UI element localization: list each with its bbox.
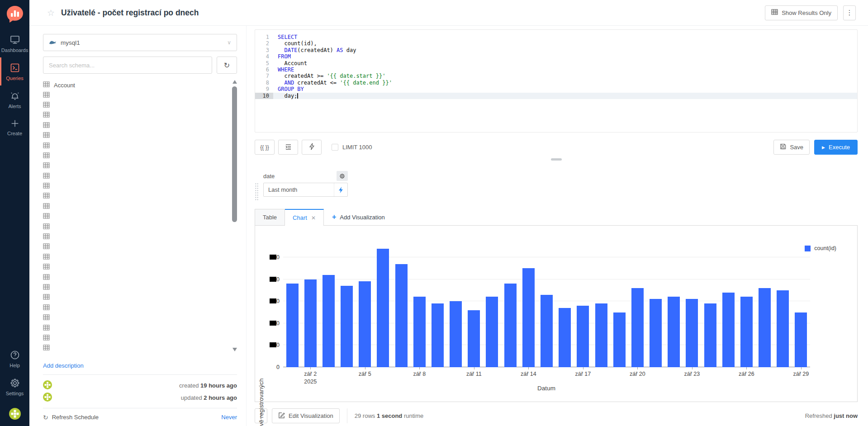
favorite-star-icon[interactable]: ☆ — [47, 8, 55, 18]
tab-chart[interactable]: Chart ✕ — [285, 209, 324, 226]
add-description-link[interactable]: Add description — [43, 362, 237, 369]
schema-table-row[interactable] — [43, 252, 226, 262]
bar-zář 8[interactable] — [413, 297, 426, 367]
refresh-schedule-value-link[interactable]: Never — [221, 414, 237, 421]
schema-table-row[interactable] — [43, 293, 226, 303]
tab-table[interactable]: Table — [255, 209, 285, 225]
schema-table-row[interactable] — [43, 141, 226, 151]
bar-zář 16[interactable] — [559, 308, 571, 367]
schema-table-row[interactable] — [43, 121, 226, 131]
schema-table-row[interactable] — [43, 323, 226, 333]
code-line[interactable]: Account — [273, 60, 857, 66]
code-line[interactable]: SELECT — [273, 34, 857, 40]
schema-table-row[interactable] — [43, 272, 226, 282]
bar-zář 25[interactable] — [722, 293, 735, 367]
schema-table-row[interactable] — [43, 90, 226, 100]
schema-table-row[interactable] — [43, 202, 226, 212]
schema-table-row[interactable] — [43, 110, 226, 120]
close-icon[interactable]: ✕ — [311, 215, 316, 221]
add-visualization-button[interactable]: + Add Visualization — [332, 209, 385, 225]
sidebar-item-help[interactable]: Help — [0, 345, 29, 373]
code-line[interactable]: createdAt >= '{{ date.start }}' — [273, 73, 857, 79]
section-resize-handle[interactable] — [551, 158, 562, 161]
schema-table-row[interactable] — [43, 303, 226, 313]
editor-code[interactable]: SELECT count(id), DATE(createdAt) AS day… — [273, 30, 857, 132]
bar-zář 15[interactable] — [541, 295, 553, 367]
schema-table-row[interactable] — [43, 262, 226, 272]
code-line[interactable]: count(id), — [273, 40, 857, 47]
schema-table-row[interactable] — [43, 232, 226, 242]
bar-zář 6[interactable] — [377, 249, 389, 367]
bar-zář 28[interactable] — [777, 290, 789, 367]
bar-zář 17[interactable] — [577, 306, 589, 367]
parameter-settings-button[interactable] — [337, 171, 348, 181]
sidebar-item-create[interactable]: Create — [0, 114, 29, 141]
schema-table-row[interactable] — [43, 191, 226, 201]
schema-table-row[interactable] — [43, 222, 226, 232]
sql-editor[interactable]: 12345678910 SELECT count(id), DATE(creat… — [255, 29, 858, 133]
bar-zář 29[interactable] — [795, 312, 807, 368]
bar-zář 21[interactable] — [650, 299, 662, 367]
schema-table-row[interactable] — [43, 242, 226, 252]
code-line[interactable]: AND createdAt <= '{{ date.end }}' — [273, 80, 857, 86]
schema-table-row[interactable] — [43, 343, 226, 353]
schema-table-row[interactable] — [43, 333, 226, 343]
bar-zář 10[interactable] — [450, 301, 462, 367]
schema-search-input[interactable] — [43, 57, 212, 74]
creator-avatar[interactable] — [43, 380, 52, 391]
apply-parameter-bolt-button[interactable] — [334, 183, 347, 196]
sidebar-item-alerts[interactable]: Alerts — [0, 85, 29, 114]
autocomplete-toggle-button[interactable] — [302, 140, 322, 155]
updater-avatar[interactable] — [43, 393, 52, 403]
scrollbar-thumb[interactable] — [232, 86, 237, 222]
bar-zář 26[interactable] — [740, 297, 753, 367]
bar-zář 2[interactable] — [304, 279, 317, 367]
schema-table-row[interactable] — [43, 171, 226, 181]
schema-table-row[interactable]: Account — [43, 80, 226, 90]
bar-zář 7[interactable] — [395, 264, 408, 367]
add-parameter-button[interactable]: {{ }} — [255, 140, 275, 155]
bar-zář 11[interactable] — [468, 310, 480, 367]
bar-zář 4[interactable] — [341, 286, 353, 367]
schema-table-row[interactable] — [43, 131, 226, 141]
schema-table-row[interactable] — [43, 212, 226, 222]
code-line[interactable]: DATE(createdAt) AS day — [273, 47, 857, 53]
show-results-only-button[interactable]: Show Results Only — [765, 5, 838, 20]
parameter-drag-handle[interactable] — [255, 183, 259, 201]
sidebar-item-dashboards[interactable]: Dashboards — [0, 29, 29, 57]
sidebar-item-settings[interactable]: Settings — [0, 373, 29, 401]
scrollbar-up-arrow[interactable] — [232, 80, 237, 84]
edit-visualization-button[interactable]: Edit Visualization — [272, 408, 340, 423]
sidebar-item-queries[interactable]: Queries — [0, 57, 29, 85]
execute-button[interactable]: ▶ Execute — [814, 140, 858, 155]
code-line[interactable]: WHERE — [273, 66, 857, 73]
bar-zář 14[interactable] — [522, 268, 535, 367]
bar-zář 12[interactable] — [486, 297, 498, 367]
format-query-button[interactable] — [278, 140, 298, 155]
user-avatar[interactable] — [9, 408, 21, 421]
header-kebab-menu-button[interactable]: ⋮ — [843, 5, 856, 20]
refresh-schema-button[interactable]: ↻ — [217, 57, 237, 74]
schema-table-row[interactable] — [43, 181, 226, 191]
bar-zář 24[interactable] — [704, 303, 716, 367]
bar-zář 20[interactable] — [631, 288, 644, 367]
schema-table-row[interactable] — [43, 313, 226, 323]
bar-zář 3[interactable] — [323, 275, 335, 367]
bar-zář 22[interactable] — [668, 297, 680, 367]
limit-1000-option[interactable]: LIMIT 1000 — [332, 144, 372, 151]
scrollbar-down-arrow[interactable] — [232, 348, 237, 351]
save-button[interactable]: Save — [773, 140, 810, 155]
bar-zář 19[interactable] — [613, 312, 626, 368]
code-line[interactable]: day; — [273, 93, 857, 99]
datasource-select[interactable]: mysql1 ∨ — [43, 34, 237, 51]
bar-zář 9[interactable] — [432, 303, 444, 367]
schema-table-row[interactable] — [43, 100, 226, 110]
bar-zář 1[interactable] — [286, 284, 299, 367]
bar-zář 27[interactable] — [759, 288, 771, 367]
code-line[interactable]: GROUP BY — [273, 86, 857, 92]
redash-logo-icon[interactable] — [6, 5, 24, 23]
bar-zář 18[interactable] — [595, 303, 607, 367]
bar-zář 13[interactable] — [504, 284, 517, 367]
bar-zář 23[interactable] — [686, 299, 698, 367]
limit-checkbox[interactable] — [332, 144, 338, 151]
